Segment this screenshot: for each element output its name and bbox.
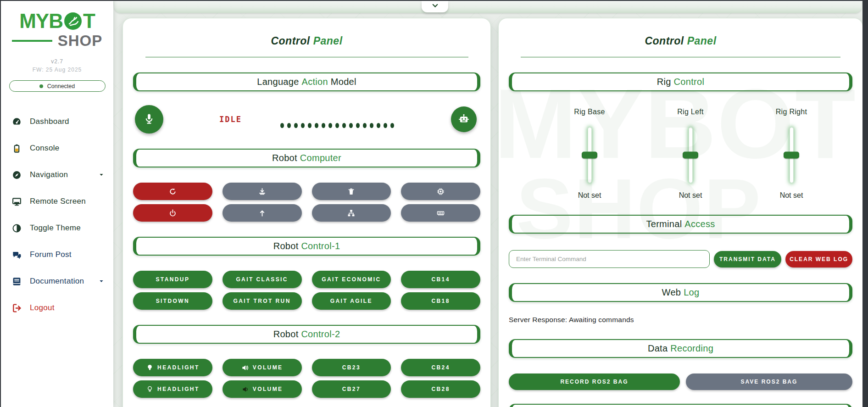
section-header-terminal-access: Terminal Access [509, 215, 852, 234]
sidebar-item-toggle-theme[interactable]: Toggle Theme [1, 215, 113, 241]
gait-economic-button[interactable]: GAIT ECONOMIC [312, 271, 391, 288]
sidebar-item-navigation[interactable]: Navigation [1, 162, 113, 188]
chip-button[interactable] [401, 183, 480, 200]
server-response-text: Server Response: Awaiting commands [509, 316, 852, 324]
memory-icon [437, 209, 445, 217]
sidebar-item-label: Documentation [30, 277, 84, 286]
status-dot-icon [328, 123, 332, 128]
status-dot-icon [384, 123, 387, 128]
cb24-button[interactable]: CB24 [401, 359, 480, 376]
connection-status-badge: Connected [9, 80, 106, 92]
slider-track[interactable] [689, 127, 693, 183]
power-button[interactable] [133, 204, 212, 222]
slider-label: Rig Right [776, 108, 807, 116]
save-ros2-bag-button[interactable]: SAVE ROS2 BAG [686, 374, 852, 390]
button-label: CB24 [431, 364, 450, 371]
brand-logo-subline: SHOP [1, 33, 113, 48]
standup-button[interactable]: STANDUP [133, 271, 212, 288]
monitor-icon [12, 197, 22, 206]
network-button[interactable] [312, 204, 391, 222]
status-dot-icon [287, 123, 291, 128]
cb23-button[interactable]: CB23 [312, 359, 391, 376]
logout-icon [12, 303, 22, 313]
sidebar-nav: DashboardConsoleNavigationRemote ScreenT… [1, 108, 113, 321]
robot-camera-button[interactable] [451, 106, 477, 132]
status-badge: IDLE [219, 115, 242, 124]
sync-button[interactable] [133, 183, 212, 200]
slider-track[interactable] [790, 127, 794, 183]
sidebar-item-dashboard[interactable]: Dashboard [1, 108, 113, 135]
slider-label: Rig Left [677, 108, 704, 116]
slider-track[interactable] [588, 127, 592, 183]
sitdown-button[interactable]: SITDOWN [133, 292, 212, 310]
cb14-button[interactable]: CB14 [401, 271, 480, 288]
sidebar-item-logout[interactable]: Logout [1, 295, 113, 321]
record-ros2-bag-button[interactable]: RECORD ROS2 BAG [509, 374, 680, 390]
section-header-robot-computer: Robot Computer [133, 149, 480, 167]
collapse-chevron-button[interactable] [422, 1, 448, 12]
clear-web-log-button[interactable]: CLEAR WEB LOG [785, 251, 852, 268]
logo-text-pre: MYB [19, 11, 63, 31]
sidebar-item-documentation[interactable]: Documentation [1, 268, 113, 295]
bulb-filled-icon [146, 364, 154, 372]
slider-value: Not set [578, 191, 601, 200]
status-dot-icon [280, 123, 284, 128]
sidebar-item-label: Navigation [30, 170, 68, 179]
collapsed-panel-bar [114, 1, 862, 13]
slider-handle[interactable] [683, 152, 698, 159]
volume-button[interactable]: VOLUME [223, 359, 302, 376]
left-control-panel: ControlPanel Language Action Model IDLE [123, 18, 490, 407]
download-button[interactable] [223, 183, 302, 200]
battery-icon [12, 144, 22, 153]
transmit-data-button[interactable]: TRANSMIT DATA [714, 251, 782, 268]
cb27-button-2[interactable]: CB27 [312, 380, 391, 398]
network-icon [347, 209, 355, 217]
robot-computer-grid [133, 183, 480, 222]
button-label: CB27 [342, 386, 361, 392]
trash-icon [347, 188, 355, 195]
status-dot-icon [322, 123, 325, 128]
slider-handle[interactable] [784, 152, 799, 159]
status-dot-icon [315, 123, 318, 128]
sidebar-item-console[interactable]: Console [1, 135, 113, 162]
arrow-up-icon [258, 209, 266, 217]
download-icon [258, 188, 266, 195]
chat-icon [12, 250, 22, 260]
memory-button[interactable] [401, 204, 480, 222]
title-divider [521, 57, 840, 57]
trash-button[interactable] [312, 183, 391, 200]
status-dot-icon [370, 123, 373, 128]
headlight-button[interactable]: HEADLIGHT [133, 359, 212, 376]
app-version: v2.7 [1, 58, 113, 65]
terminal-command-input[interactable] [509, 250, 710, 268]
gait-trot-run-button[interactable]: GAIT TROT RUN [223, 292, 302, 310]
button-label: VOLUME [253, 386, 283, 392]
sidebar-item-remote-screen[interactable]: Remote Screen [1, 188, 113, 215]
sidebar-item-label: Remote Screen [30, 197, 86, 206]
section-header-web-log: Web Log [509, 283, 852, 302]
cb28-button-2[interactable]: CB28 [401, 380, 480, 398]
power-icon [169, 209, 177, 217]
section-header-partial [509, 404, 852, 407]
arrow-up-button[interactable] [223, 204, 302, 222]
rig-slider-rig-right: Rig RightNot set [741, 108, 842, 200]
section-header-language-action-model: Language Action Model [133, 72, 480, 91]
gait-classic-button[interactable]: GAIT CLASSIC [223, 271, 302, 288]
robot-control-2-grid: HEADLIGHTVOLUMECB23CB24HEADLIGHTVOLUMECB… [133, 359, 480, 398]
page-scrollbar[interactable] [862, 1, 868, 407]
volume-button-2[interactable]: VOLUME [223, 380, 302, 398]
status-dot-icon [308, 123, 312, 128]
microphone-button[interactable] [135, 105, 163, 134]
compass-icon [12, 170, 22, 180]
logo-text-post: T [83, 11, 95, 31]
rig-slider-rig-left: Rig LeftNot set [640, 108, 741, 200]
logo-underline [12, 40, 52, 42]
headlight-button-2[interactable]: HEADLIGHT [133, 380, 212, 398]
sidebar-item-forum-post[interactable]: Forum Post [1, 241, 113, 268]
status-dot-icon [363, 123, 367, 128]
slider-handle[interactable] [582, 152, 597, 159]
sidebar-item-label: Forum Post [30, 250, 72, 259]
logo-gear-o-icon [63, 11, 83, 31]
gait-agile-button[interactable]: GAIT AGILE [312, 292, 391, 310]
cb18-button[interactable]: CB18 [401, 292, 480, 310]
